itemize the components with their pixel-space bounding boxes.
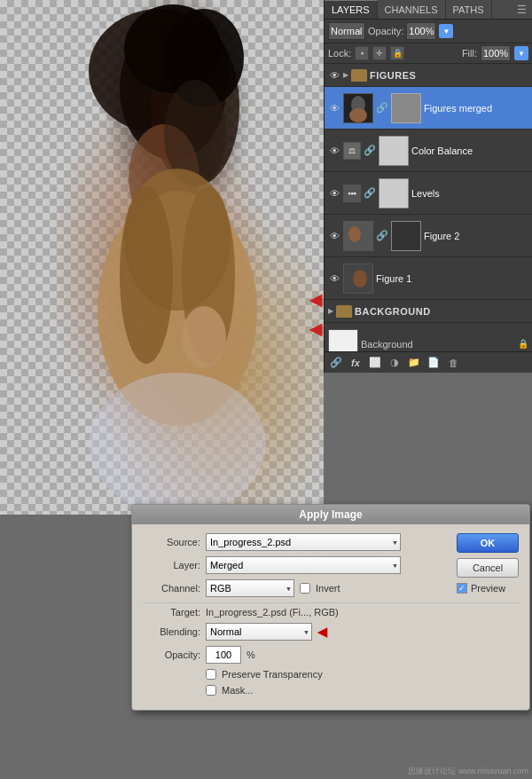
chain-color-balance: 🔗 [364,145,376,156]
eye-figure1[interactable]: 👁 [328,272,340,285]
expand-background[interactable]: ▶ [328,307,333,315]
eye-levels[interactable]: 👁 [328,187,340,200]
mask-thumb-color-balance [379,136,409,166]
tab-layers[interactable]: LAYERS [325,0,378,19]
opacity-label: Opacity: [368,26,403,36]
layer-levels[interactable]: 👁 ▪▪▪ 🔗 Levels [325,172,532,215]
mask-label: Mask... [222,685,253,696]
blending-label: Blending: [143,626,200,637]
layer-label: Layer: [143,560,200,570]
dialog-opacity-unit: % [246,649,255,660]
layers-panel: LAYERS CHANNELS PATHS ☰ Normal ▼ Opacity… [324,0,532,373]
chain-figure2: 🔗 [376,230,388,241]
eye-figures-merged[interactable]: 👁 [328,102,340,114]
folder-icon[interactable]: 📁 [406,355,422,371]
opacity-row: Opacity: % [143,646,519,664]
figures-group-header[interactable]: 👁 ▶ FIGURES [325,64,532,87]
svg-point-16 [349,108,367,122]
link-icon[interactable]: 🔗 [328,355,344,371]
preserve-row: Preserve Transparency [143,669,519,680]
source-label: Source: [143,537,200,547]
lock-row: Lock: ▪ ✛ 🔒 Fill: ▼ [325,43,532,64]
fill-label: Fill: [462,48,477,59]
target-label: Target: [143,607,200,618]
thumb-figures-merged [343,93,373,123]
mask-thumb-figure2 [391,221,421,251]
layer-figures-merged[interactable]: 👁 🔗 Figures merged [325,87,532,130]
folder-background-icon [336,305,352,318]
figures-group-label: FIGURES [370,70,416,81]
mask-checkbox[interactable] [206,685,216,696]
eye-color-balance[interactable]: 👁 [328,145,340,157]
background-lock-badge: 🔒 [518,339,528,349]
layer-name-figures-merged: Figures merged [424,103,492,114]
svg-point-18 [348,226,361,242]
eye-figures[interactable]: 👁 [328,69,340,82]
invert-checkbox[interactable] [300,583,310,594]
lock-move-icon[interactable]: ✛ [372,46,387,60]
mask-thumb-merged [391,93,421,123]
source-select-wrapper[interactable]: In_progress_2.psd ▼ [206,533,401,551]
section-divider [143,602,519,603]
red-arrow-background: ◀ [309,290,322,310]
cancel-button[interactable]: Cancel [457,558,519,578]
preview-label: Preview [471,583,505,594]
tab-paths[interactable]: PATHS [446,0,492,19]
layer-name-figure1: Figure 1 [376,273,411,284]
canvas-area [0,0,324,515]
red-arrow-bg-layer: ◀ [309,319,322,339]
blend-mode-wrapper[interactable]: Normal ▼ [328,22,365,40]
chain-figures-merged: 🔗 [376,102,388,114]
mask-thumb-levels [379,178,409,209]
lock-pixel-icon[interactable]: ▪ [355,46,369,60]
channel-label: Channel: [143,583,200,594]
dialog-opacity-input[interactable] [206,646,241,664]
opacity-arrow[interactable]: ▼ [439,24,453,38]
panel-toolbar: 🔗 fx ⬜ ◑ 📁 📄 🗑 [325,351,532,373]
mask-icon[interactable]: ⬜ [367,355,383,371]
thumb-figure2 [343,221,373,251]
fill-input[interactable] [481,45,511,61]
panel-menu-icon[interactable]: ☰ [512,4,532,16]
blend-mode-select[interactable]: Normal [328,22,365,40]
layer-select[interactable]: Merged [206,556,401,574]
layer-name-figure2: Figure 2 [424,231,459,241]
source-select[interactable]: In_progress_2.psd [206,533,401,551]
lock-all-icon[interactable]: 🔒 [390,46,404,60]
lock-label: Lock: [328,48,351,59]
layer-color-balance[interactable]: 👁 ⚖ 🔗 Color Balance [325,130,532,172]
trash-icon[interactable]: 🗑 [445,355,461,371]
new-layer-icon[interactable]: 📄 [426,355,442,371]
opacity-input[interactable] [406,22,436,40]
dialog-body: OK Cancel ✓ Preview Source: In_progress_… [132,524,529,710]
blending-select-wrapper[interactable]: Normal ▼ [206,623,312,641]
target-value: In_progress_2.psd (Fi..., RGB) [206,607,339,618]
ok-button[interactable]: OK [457,533,519,553]
background-group-header[interactable]: ▶ BACKGROUND [325,300,532,323]
thumb-svg-figure2 [344,222,372,250]
adjustment-icon[interactable]: ◑ [387,355,403,371]
expand-figures[interactable]: ▶ [343,71,348,79]
blend-mode-row: Normal ▼ Opacity: ▼ [325,20,532,43]
mask-row: Mask... [143,685,519,696]
layer-name-color-balance: Color Balance [411,146,473,156]
tab-channels[interactable]: CHANNELS [378,0,446,19]
dialog-buttons: OK Cancel ✓ Preview [457,533,519,594]
preview-checkbox[interactable]: ✓ [457,583,467,594]
preserve-checkbox[interactable] [206,669,216,680]
blending-select[interactable]: Normal [206,623,312,641]
layer-figure2[interactable]: 👁 🔗 Figure 2 [325,215,532,257]
layer-name-background: Background [361,339,413,350]
channel-select-wrapper[interactable]: RGB ▼ [206,579,294,597]
eye-figure2[interactable]: 👁 [328,230,340,242]
channel-select[interactable]: RGB [206,579,294,597]
artwork-svg [0,0,324,515]
fx-icon[interactable]: fx [348,355,364,371]
fill-arrow[interactable]: ▼ [514,46,528,60]
svg-point-12 [182,306,226,368]
apply-image-dialog: Apply Image OK Cancel ✓ Preview Source: … [131,504,530,711]
svg-point-20 [353,270,367,287]
panel-tabs: LAYERS CHANNELS PATHS ☰ [325,0,532,20]
layer-select-wrapper[interactable]: Merged ▼ [206,556,401,574]
layer-figure1[interactable]: 👁 Figure 1 [325,257,532,300]
